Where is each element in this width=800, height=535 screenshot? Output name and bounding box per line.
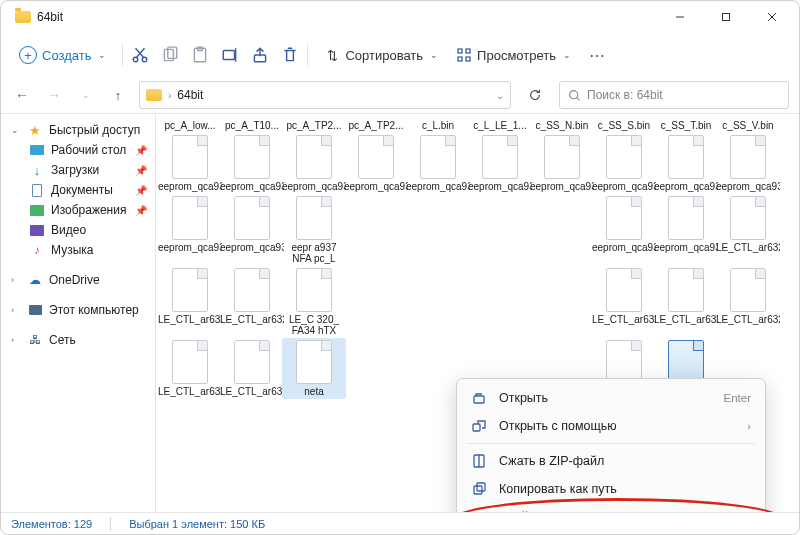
sidebar-item-music[interactable]: ♪Музыка	[1, 240, 155, 260]
svg-rect-21	[474, 396, 484, 403]
file-item[interactable]: eeprom_qca9377_1p1_NFA435_olpc_LE_3.bin	[470, 135, 530, 192]
file-item[interactable]: eeprom_qca9377_1p1_NFA435_olpc_LE_8.bin	[160, 196, 220, 264]
file-icon	[606, 268, 642, 312]
sidebar-item-quick[interactable]: ⌄★Быстрый доступ	[1, 120, 155, 140]
file-item[interactable]: c_SS_V.bin	[718, 120, 778, 131]
file-name: LE_CTL_ar6320_3p0_NFA344a_highTX_M.bin	[220, 386, 284, 397]
sidebar-item-onedrive[interactable]: ›☁OneDrive	[1, 270, 155, 290]
file-item[interactable]: pc_A_T10...	[222, 120, 282, 131]
file-name: LE_CTL_ar6320_3p0_NFA344a_highTX_J.bin	[654, 314, 718, 325]
sidebar-item-thispc[interactable]: ›Этот компьютер	[1, 300, 155, 320]
file-item[interactable]: c_L_LE_1...	[470, 120, 530, 131]
file-item[interactable]: eeprom_qca9377_1p1_NFA435_olpc_LE_7.bin	[718, 135, 778, 192]
file-item[interactable]: eeprom_qca9377_1p1_NFA435_olpc_LE_5.bin	[594, 135, 654, 192]
file-name: eepr a937 NFA pc_L	[284, 242, 344, 264]
svg-point-19	[570, 90, 578, 98]
file-icon	[544, 135, 580, 179]
file-item[interactable]: eeprom_qca9377_1p1_NFA435_olpc_LE_9.bin	[222, 196, 282, 264]
file-item[interactable]: c_SS_S.bin	[594, 120, 654, 131]
ctx-openwith[interactable]: Открыть с помощью›	[457, 412, 765, 440]
file-name: eeprom_qca9377_1p1_NFA435_olpc_LE_9.bin	[220, 242, 284, 253]
ctx-open[interactable]: ОткрытьEnter	[457, 384, 765, 412]
sort-button[interactable]: ⇅ Сортировать ⌄	[316, 42, 446, 68]
sidebar-item-desktop[interactable]: Рабочий стол📌	[1, 140, 155, 160]
ctx-zip[interactable]: Сжать в ZIP-файл	[457, 447, 765, 475]
ctx-copypath[interactable]: Копировать как путь	[457, 475, 765, 503]
file-icon	[358, 135, 394, 179]
sidebar-item-documents[interactable]: Документы📌	[1, 180, 155, 200]
file-name: eeprom_qca9377_1p1_NFA435_olpc.bin	[158, 181, 222, 192]
sidebar-item-pictures[interactable]: Изображения📌	[1, 200, 155, 220]
file-name: LE_CTL_ar6320_3p0_NFA344a_highTX_I.bin	[592, 314, 656, 325]
svg-rect-16	[466, 49, 470, 53]
file-item[interactable]: LE_CTL_ar6320_3p0_NFA344a_highTX_K.bin	[718, 268, 778, 336]
file-item[interactable]: eeprom_qca9377_1p1_NFA435_olpc_LE_16...	[656, 196, 716, 264]
file-item[interactable]: LE_C 320_ FA34 hTX	[284, 268, 344, 336]
sidebar-item-video[interactable]: Видео	[1, 220, 155, 240]
file-item[interactable]: eeprom_qca9377_1p1_NFA435_olpc_LE_4.bin	[532, 135, 592, 192]
sidebar-item-downloads[interactable]: ↓Загрузки📌	[1, 160, 155, 180]
search-input[interactable]: Поиск в: 64bit	[559, 81, 789, 109]
new-button[interactable]: + Создать ⌄	[11, 41, 114, 69]
forward-button[interactable]: →	[43, 87, 65, 103]
more-button[interactable]: ⋯	[581, 41, 615, 70]
paste-icon[interactable]	[191, 46, 209, 64]
address-bar[interactable]: › 64bit ⌄	[139, 81, 511, 109]
file-name: eeprom_qca9377_1p1_NFA435_olpc_LE_6.bin	[654, 181, 718, 192]
file-item[interactable]: eeprom_qca9377_1p1_NFA435_olpc_LE_2.bin	[408, 135, 468, 192]
file-item[interactable]: eeprom_qca9377_1p1_NFA435_olpc_LE_6.bin	[656, 135, 716, 192]
search-icon	[568, 89, 581, 102]
share-icon[interactable]	[251, 46, 269, 64]
file-icon	[172, 340, 208, 384]
view-button[interactable]: Просмотреть ⌄	[448, 42, 579, 68]
back-button[interactable]: ←	[11, 87, 33, 103]
file-item[interactable]: LE_CTL_ar6320_3p0_NFA344a_highTX_M.bin	[222, 340, 282, 397]
file-item[interactable]: c_SS_N.bin	[532, 120, 592, 131]
file-item[interactable]: neta	[282, 338, 346, 399]
file-item[interactable]: LE_CTL_ar6320_3p0_NFA344a_highTX_L.bin	[160, 340, 220, 397]
minimize-button[interactable]	[657, 1, 703, 33]
recent-chevron[interactable]: ⌄	[75, 90, 97, 100]
file-item[interactable]: LE_CTL_ar6320_3p0_NFA344a_highTX_C.bin	[222, 268, 282, 336]
file-item[interactable]: LE_CTL_ar6320_3p0_NFA344a_highTX_I.bin	[594, 268, 654, 336]
file-item[interactable]: eepr a937 NFA pc_L	[284, 196, 344, 264]
file-icon	[234, 196, 270, 240]
up-button[interactable]: ↑	[107, 88, 129, 103]
file-item[interactable]: pc_A_TP2...	[346, 120, 406, 131]
file-item[interactable]: eeprom_qca9377_1p1_NFA435_olpc_A.bin	[222, 135, 282, 192]
file-item[interactable]: LE_CTL_ar6320_3p0_NFA344a_highTX_J.bin	[656, 268, 716, 336]
refresh-button[interactable]	[521, 81, 549, 109]
file-name: c_L_LE_1...	[473, 120, 526, 131]
sidebar-item-network[interactable]: ›🖧Сеть	[1, 330, 155, 350]
delete-icon[interactable]	[281, 46, 299, 64]
file-item[interactable]: c_SS_T.bin	[656, 120, 716, 131]
file-item[interactable]: c_L.bin	[408, 120, 468, 131]
breadcrumb[interactable]: 64bit	[177, 88, 203, 102]
file-item[interactable]: pc_A_TP2...	[284, 120, 344, 131]
file-name: c_SS_V.bin	[722, 120, 773, 131]
file-icon	[730, 135, 766, 179]
file-item[interactable]: eeprom_qca9377_1p1_NFA435_olpc_LE_1.bin	[346, 135, 406, 192]
file-name: LE_CTL_ar6320_3p0_NFA344a_highTX_L.bin	[158, 386, 222, 397]
ctx-properties[interactable]: СвойстваAlt+Enter	[457, 503, 765, 512]
file-item[interactable]: pc_A_low...	[160, 120, 220, 131]
file-item[interactable]: LE_CTL_ar6320_3p0_NFA344a_highTX_A.bin	[718, 196, 778, 264]
rename-icon[interactable]	[221, 46, 239, 64]
file-name: pc_A_T10...	[225, 120, 279, 131]
file-icon	[296, 135, 332, 179]
file-icon	[172, 196, 208, 240]
file-grid[interactable]: pc_A_low...pc_A_T10...pc_A_TP2...pc_A_TP…	[156, 114, 799, 512]
file-item[interactable]: eeprom_qca9377_1p1_NFA435_olpc_LE_15...	[594, 196, 654, 264]
file-item[interactable]: eeprom_qca9377_1p1_NFA435_olpc_A_TP4.bin	[284, 135, 344, 192]
file-name: LE_CTL_ar6320_3p0_NFA344a_highTX_A.bin	[716, 242, 780, 253]
chevron-right-icon: ›	[168, 90, 171, 101]
maximize-button[interactable]	[703, 1, 749, 33]
file-item[interactable]: LE_CTL_ar6320_3p0_NFA344a_highTX_B.bin	[160, 268, 220, 336]
svg-rect-17	[458, 57, 462, 61]
file-icon	[606, 196, 642, 240]
file-item[interactable]: eeprom_qca9377_1p1_NFA435_olpc.bin	[160, 135, 220, 192]
copy-icon[interactable]	[161, 46, 179, 64]
close-button[interactable]	[749, 1, 795, 33]
cut-icon[interactable]	[131, 46, 149, 64]
chevron-down-icon[interactable]: ⌄	[496, 90, 504, 101]
